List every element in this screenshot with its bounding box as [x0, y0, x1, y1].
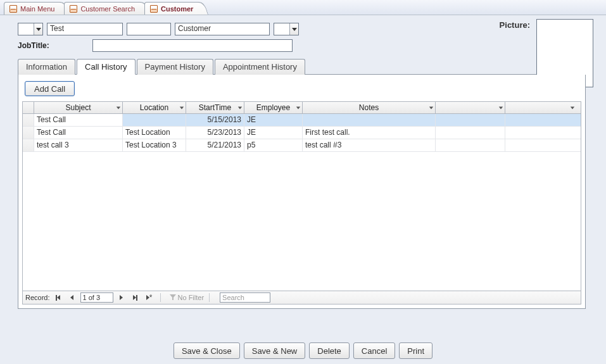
col-location[interactable]: Location: [123, 102, 186, 113]
tab-call-history[interactable]: Call History: [77, 59, 135, 75]
tab-appointment-history[interactable]: Appointment History: [215, 59, 305, 75]
table-row[interactable]: Test CallTest Location5/23/2013JEFirst t…: [23, 127, 581, 139]
cell-extra[interactable]: [436, 127, 505, 139]
jobtitle-field[interactable]: [92, 39, 293, 52]
detail-tab-strip: Information Call History Payment History…: [18, 58, 586, 75]
cell-subject[interactable]: test call 3: [34, 139, 123, 151]
form-icon: [70, 5, 77, 13]
col-label: Location: [140, 103, 168, 112]
chevron-down-icon: [180, 106, 184, 109]
tab-label: Appointment History: [223, 62, 297, 72]
button-label: Delete: [317, 346, 341, 356]
grid-body[interactable]: Test Call5/15/2013JETest CallTest Locati…: [23, 114, 581, 294]
cell-employee[interactable]: JE: [244, 127, 303, 139]
table-row[interactable]: test call 3Test Location 35/21/2013p5tes…: [23, 139, 581, 152]
jobtitle-label: JobTitle:: [18, 41, 89, 50]
col-label: StartTime: [199, 103, 232, 112]
detail-tab-control: Information Call History Payment History…: [18, 58, 586, 309]
chevron-down-icon: [34, 23, 42, 35]
cell-starttime[interactable]: 5/21/2013: [186, 139, 244, 151]
row-selector[interactable]: [23, 127, 34, 139]
doc-tab-customer-search[interactable]: Customer Search: [64, 2, 147, 15]
filter-indicator[interactable]: No Filter: [170, 294, 205, 301]
customer-header: Picture: Test Customer JobTitle: Informa…: [0, 15, 606, 313]
col-notes[interactable]: Notes: [303, 102, 436, 113]
suffix-combo[interactable]: [274, 23, 299, 35]
col-subject[interactable]: Subject: [34, 102, 123, 113]
nav-last-button[interactable]: [130, 292, 141, 303]
doc-tab-customer[interactable]: Customer: [144, 2, 205, 15]
document-tab-bar: Main Menu Customer Search Customer: [0, 0, 606, 15]
middle-name-field[interactable]: [127, 23, 171, 35]
cell-extra[interactable]: [505, 127, 576, 139]
separator: [209, 293, 210, 302]
nav-prev-button[interactable]: [66, 292, 78, 303]
cell-extra[interactable]: [505, 114, 576, 126]
chevron-down-icon: [289, 23, 298, 35]
cancel-button[interactable]: Cancel: [353, 342, 395, 359]
search-placeholder: Search: [222, 294, 244, 301]
first-name-value: Test: [50, 24, 64, 33]
add-call-button[interactable]: Add Call: [25, 81, 75, 96]
cell-extra[interactable]: [505, 139, 576, 151]
funnel-icon: [170, 294, 176, 301]
cell-employee[interactable]: p5: [244, 139, 303, 151]
nav-first-button[interactable]: [53, 292, 64, 303]
print-button[interactable]: Print: [399, 342, 432, 359]
record-navigator: Record: 1 of 3 * No Filter Search: [22, 291, 581, 304]
record-position: 1 of 3: [83, 294, 101, 301]
cell-starttime[interactable]: 5/23/2013: [186, 127, 244, 139]
col-label: Employee: [256, 103, 290, 112]
table-row[interactable]: Test Call5/15/2013JE: [23, 114, 581, 127]
picture-label: Picture:: [500, 20, 530, 30]
button-label: Print: [407, 346, 424, 356]
select-all-corner[interactable]: [23, 102, 34, 113]
cell-location[interactable]: Test Location 3: [123, 139, 186, 151]
cell-location[interactable]: Test Location: [123, 127, 186, 139]
grid-header: Subject Location StartTime Employee Note…: [23, 102, 581, 114]
button-label: Save & New: [252, 346, 298, 356]
cell-subject[interactable]: Test Call: [34, 114, 123, 126]
tab-information[interactable]: Information: [18, 59, 75, 75]
cell-employee[interactable]: JE: [244, 114, 303, 126]
delete-button[interactable]: Delete: [309, 342, 350, 359]
filter-label: No Filter: [178, 294, 205, 301]
col-employee[interactable]: Employee: [244, 102, 303, 113]
record-position-box[interactable]: 1 of 3: [80, 292, 113, 303]
record-label: Record:: [25, 294, 50, 301]
doc-tab-main-menu[interactable]: Main Menu: [4, 2, 66, 15]
cell-extra[interactable]: [436, 114, 505, 126]
tab-payment-history[interactable]: Payment History: [137, 59, 213, 75]
tab-page-call-history: Add Call Subject Location StartTime Empl…: [18, 75, 586, 309]
tab-label: Payment History: [145, 62, 205, 72]
button-label: Save & Close: [182, 346, 232, 356]
doc-tab-label: Customer: [161, 5, 193, 13]
cell-notes[interactable]: test call #3: [303, 139, 436, 151]
col-starttime[interactable]: StartTime: [186, 102, 244, 113]
cell-extra[interactable]: [436, 139, 505, 151]
nav-new-button[interactable]: *: [144, 292, 155, 303]
save-close-button[interactable]: Save & Close: [174, 342, 240, 359]
nav-search-box[interactable]: Search: [220, 292, 270, 303]
cell-starttime[interactable]: 5/15/2013: [186, 114, 244, 126]
nav-next-button[interactable]: [116, 292, 127, 303]
cell-location[interactable]: [123, 114, 186, 126]
first-name-field[interactable]: Test: [47, 23, 123, 35]
chevron-down-icon: [238, 106, 242, 109]
cell-notes[interactable]: [303, 114, 436, 126]
col-extra[interactable]: [436, 102, 505, 113]
cell-notes[interactable]: First test call.: [303, 127, 436, 139]
col-label: Subject: [65, 103, 91, 112]
prefix-combo[interactable]: [18, 23, 43, 35]
form-footer: Save & Close Save & New Delete Cancel Pr…: [0, 342, 606, 359]
last-name-field[interactable]: Customer: [175, 23, 270, 35]
row-selector[interactable]: [23, 139, 34, 151]
cell-subject[interactable]: Test Call: [34, 127, 123, 139]
col-extra[interactable]: [505, 102, 576, 113]
save-new-button[interactable]: Save & New: [244, 342, 306, 359]
row-selector[interactable]: [23, 114, 34, 126]
form-icon: [150, 5, 158, 13]
tab-label: Call History: [85, 62, 127, 72]
chevron-down-icon: [499, 106, 503, 109]
button-label: Cancel: [362, 346, 387, 356]
